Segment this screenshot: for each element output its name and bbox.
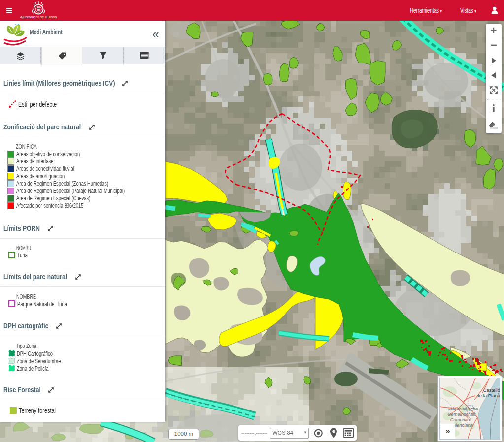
svg-text:Comunitat: Comunitat	[450, 417, 471, 422]
svg-text:Valencianische: Valencianische	[447, 407, 478, 411]
svg-text:Castelló: Castelló	[483, 387, 500, 393]
svg-text:de la Plana: de la Plana	[476, 393, 500, 398]
svg-text:Gemeinschaft: Gemeinschaft	[447, 412, 476, 417]
